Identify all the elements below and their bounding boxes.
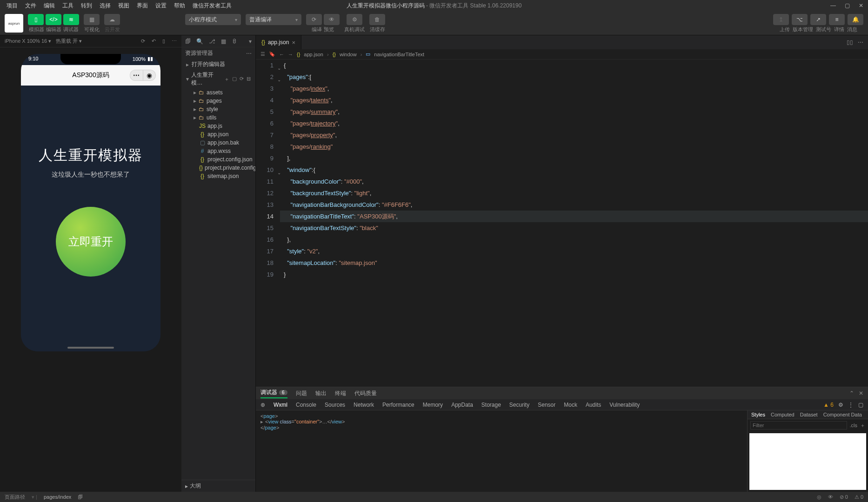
collapse-icon[interactable]: ⊟ <box>247 76 251 83</box>
menu-微信开发者工具[interactable]: 微信开发者工具 <box>190 1 234 11</box>
menu-视图[interactable]: 视图 <box>115 1 132 11</box>
db-icon[interactable]: 🛢 <box>232 38 237 45</box>
cls-toggle[interactable]: .cls <box>850 423 858 428</box>
file-project.private.config.js...[interactable]: {}project.private.config.js... <box>197 164 255 172</box>
notify-button[interactable]: 🔔 <box>848 14 863 25</box>
more-icon[interactable]: ▾ <box>249 38 252 45</box>
devtab-storage[interactable]: Storage <box>481 402 501 408</box>
dbg-tab-调试器[interactable]: 调试器6 <box>260 389 287 398</box>
devtab-mock[interactable]: Mock <box>564 402 577 408</box>
panel-close-icon[interactable]: ✕ <box>859 390 863 396</box>
devtab-appdata[interactable]: AppData <box>451 402 473 408</box>
folder-pages[interactable]: ▸🗀pages <box>192 97 255 105</box>
menu-文件[interactable]: 文件 <box>22 1 39 11</box>
cloud-button[interactable]: ☁ <box>104 14 120 25</box>
compile-button[interactable]: ⟳ <box>306 14 322 25</box>
explorer-menu[interactable]: ⋯ <box>246 50 252 57</box>
devtab-performance[interactable]: Performance <box>382 402 414 408</box>
opened-editors-section[interactable]: ▸打开的编辑器 <box>181 59 255 70</box>
search-icon[interactable]: 🔍 <box>196 38 203 45</box>
reload-toggle[interactable]: 热重载 开 ▾ <box>56 38 82 45</box>
gear-icon[interactable]: ⚙ <box>838 402 843 408</box>
newfolder-icon[interactable]: ▢ <box>232 76 237 83</box>
file-app.json.bak[interactable]: ▢app.json.bak <box>197 139 255 147</box>
detail-button[interactable]: ≡ <box>829 14 845 25</box>
close-button[interactable]: ✕ <box>857 2 865 9</box>
menu-帮助[interactable]: 帮助 <box>171 1 188 11</box>
list-icon[interactable]: ☰ <box>260 51 265 57</box>
file-app.wxss[interactable]: #app.wxss <box>197 147 255 155</box>
devtab-network[interactable]: Network <box>354 402 374 408</box>
folder-style[interactable]: ▸🗀style <box>192 105 255 113</box>
menu-界面[interactable]: 界面 <box>134 1 151 11</box>
breadcrumb[interactable]: ☰ 🔖 ← → {}app.json› {}window› ▭navigatio… <box>256 49 868 59</box>
devtab-audits[interactable]: Audits <box>586 402 601 408</box>
warnings-badge[interactable]: ▲ 6 <box>823 402 834 408</box>
devtab-wxml[interactable]: Wxml <box>274 402 287 408</box>
editor-tab-app-json[interactable]: {} app.json × <box>256 35 301 49</box>
phone-icon[interactable]: ▯ <box>162 38 165 44</box>
realdebug-button[interactable]: ⚙ <box>347 14 362 25</box>
folder-utils[interactable]: ▸🗀utils <box>192 113 255 122</box>
minimize-button[interactable]: — <box>829 2 837 9</box>
styletab-component data[interactable]: Component Data <box>823 412 862 417</box>
tab-close-icon[interactable]: × <box>292 39 295 46</box>
devtab-console[interactable]: Console <box>296 402 316 408</box>
styletab-styles[interactable]: Styles <box>751 412 765 417</box>
refresh-icon[interactable]: ⟳ <box>141 38 145 44</box>
restart-button[interactable]: 立即重开 <box>56 207 126 277</box>
dbg-tab-代码质量[interactable]: 代码质量 <box>354 390 377 397</box>
dbg-tab-问题[interactable]: 问题 <box>296 390 307 397</box>
device-select[interactable]: iPhone X 100% 16 ▾ <box>5 38 51 44</box>
kebab-icon[interactable]: ⋮ <box>848 402 854 408</box>
styles-filter-input[interactable] <box>750 421 847 429</box>
styletab-dataset[interactable]: Dataset <box>800 412 818 417</box>
dbg-tab-输出[interactable]: 输出 <box>315 390 327 397</box>
devtab-security[interactable]: Security <box>509 402 529 408</box>
devtab-memory[interactable]: Memory <box>423 402 443 408</box>
back-icon[interactable]: ↶ <box>152 38 156 44</box>
project-section[interactable]: ▾人生重开模… ＋▢⟳⊟ <box>181 70 255 88</box>
menu-工具[interactable]: 工具 <box>60 1 76 11</box>
menu-转到[interactable]: 转到 <box>78 1 95 11</box>
menu-设置[interactable]: 设置 <box>153 1 169 11</box>
back-icon[interactable]: ← <box>279 52 284 57</box>
editor-tab[interactable]: </> <box>46 14 61 25</box>
ext-icon[interactable]: ▦ <box>221 38 226 45</box>
menu-项目[interactable]: 项目 <box>4 1 20 11</box>
preview-button[interactable]: 👁 <box>324 14 340 25</box>
tab-more-icon[interactable]: ⋯ <box>858 39 863 46</box>
devtab-vulnerability[interactable]: Vulnerability <box>609 402 640 408</box>
wxml-tree[interactable]: <page> ▸<view class="container">…</view>… <box>256 410 747 492</box>
file-sitemap.json[interactable]: {}sitemap.json <box>197 172 255 180</box>
file-app.json[interactable]: {}app.json <box>197 130 255 139</box>
dock-icon[interactable]: ▢ <box>858 402 863 408</box>
mode-select[interactable]: 小程序模式▾ <box>185 14 241 25</box>
phone-simulator[interactable]: 9:10 100%▮▮ ASP300源码 ⋯◉ 人生重开模拟器 这垃圾人生一秒也… <box>21 54 160 351</box>
outline-section[interactable]: ▸大纲 <box>181 480 255 492</box>
newfile-icon[interactable]: ＋ <box>224 76 229 83</box>
page-path[interactable]: pages/index <box>44 494 71 500</box>
copy-path-icon[interactable]: 🗐 <box>78 494 83 500</box>
warn-count[interactable]: ⚠ 0 <box>855 494 863 500</box>
refresh-icon[interactable]: ⟳ <box>240 76 244 83</box>
inspect-icon[interactable]: ◎ <box>817 494 821 500</box>
compile-select[interactable]: 普通编译▾ <box>246 14 301 25</box>
error-count[interactable]: ⊘ 0 <box>840 494 848 500</box>
code-editor[interactable]: 12345678910111213141516171819 ⌄{⌄ "pages… <box>256 59 868 387</box>
styletab-computed[interactable]: Computed <box>771 412 795 417</box>
menu-编辑[interactable]: 编辑 <box>41 1 58 11</box>
testid-button[interactable]: ↗ <box>810 14 826 25</box>
bookmark-icon[interactable]: 🔖 <box>269 51 275 57</box>
file-project.config.json[interactable]: {}project.config.json <box>197 155 255 164</box>
upload-button[interactable]: ↥ <box>773 14 789 25</box>
eye-icon[interactable]: 👁 <box>828 494 833 500</box>
menu-选择[interactable]: 选择 <box>97 1 114 11</box>
visualize-button[interactable]: ▦ <box>84 14 100 25</box>
debugger-tab[interactable]: ≋ <box>63 14 79 25</box>
clearcache-button[interactable]: 🗑 <box>369 14 385 25</box>
simulator-tab[interactable]: ▯ <box>28 14 44 25</box>
version-button[interactable]: ⌥ <box>792 14 808 25</box>
phone-capsule[interactable]: ⋯◉ <box>130 70 156 81</box>
element-picker-icon[interactable]: ⊕ <box>260 402 265 408</box>
